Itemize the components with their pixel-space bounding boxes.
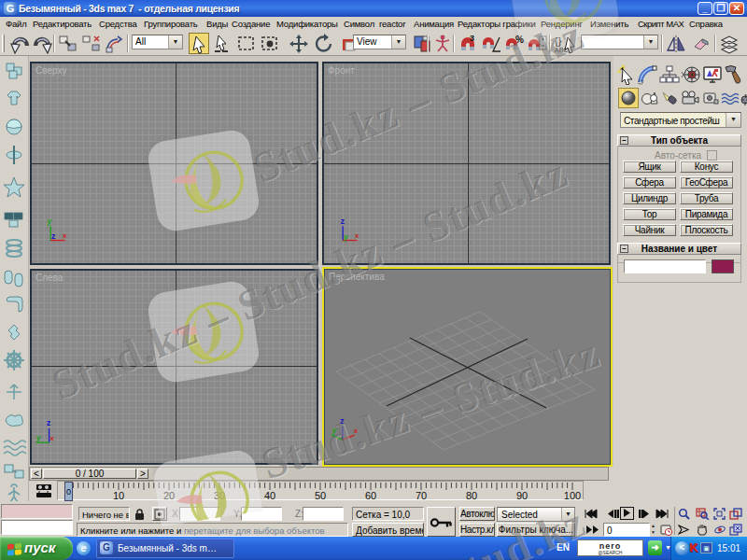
svg-text:80: 80 <box>466 490 477 501</box>
svg-text:у: у <box>35 433 42 442</box>
svg-text:90: 90 <box>516 490 528 501</box>
svg-text:z: z <box>340 416 344 426</box>
svg-text:у: у <box>47 217 53 226</box>
svg-text:{}: {} <box>555 35 562 47</box>
svg-text:70: 70 <box>416 490 427 501</box>
svg-text:z: z <box>51 231 55 241</box>
svg-text:x: x <box>355 231 359 240</box>
svg-text:50: 50 <box>315 490 326 501</box>
svg-text:z: z <box>341 217 345 226</box>
svg-text:у: у <box>331 426 338 435</box>
svg-text:3: 3 <box>470 34 474 43</box>
svg-text:z: z <box>47 418 50 427</box>
svg-text:100: 100 <box>564 490 581 501</box>
svg-text:x: x <box>63 231 67 240</box>
svg-text:30: 30 <box>214 490 225 501</box>
svg-text:%: % <box>515 35 524 45</box>
svg-text:60: 60 <box>365 490 376 501</box>
svg-text:40: 40 <box>264 490 275 501</box>
svg-text:10: 10 <box>113 490 124 501</box>
svg-text:x: x <box>354 427 359 435</box>
svg-text:x: x <box>49 434 54 442</box>
svg-text:20: 20 <box>163 490 175 501</box>
